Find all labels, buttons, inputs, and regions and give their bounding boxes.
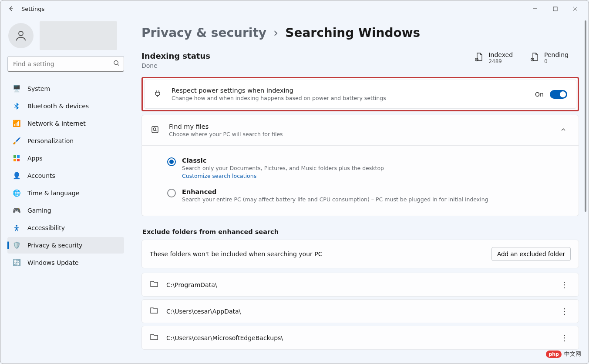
excluded-folder-row[interactable]: C:\Users\cesar\AppData\⋮	[141, 299, 579, 323]
exclude-intro-row: These folders won't be included when sea…	[141, 240, 579, 268]
back-button[interactable]	[4, 2, 18, 16]
more-options-button[interactable]: ⋮	[559, 280, 571, 289]
search-input[interactable]	[7, 56, 124, 72]
radio-enhanced[interactable]	[167, 189, 176, 197]
nav-item-label: Windows Update	[27, 259, 79, 266]
user-profile[interactable]	[8, 21, 124, 50]
excluded-folder-row[interactable]: C:\ProgramData\⋮	[141, 273, 579, 297]
svg-rect-3	[13, 155, 16, 158]
nav-item-privacy-security[interactable]: 🛡️Privacy & security	[7, 237, 124, 254]
more-options-button[interactable]: ⋮	[559, 307, 571, 316]
customize-search-locations-link[interactable]: Customize search locations	[182, 173, 256, 179]
nav-icon	[13, 154, 20, 162]
search-file-icon	[151, 125, 160, 136]
nav-item-windows-update[interactable]: 🔄Windows Update	[7, 254, 124, 271]
nav-list: 🖥️SystemBluetooth & devices📶Network & in…	[7, 80, 124, 271]
indexed-count: 2489	[488, 58, 513, 64]
svg-point-11	[153, 128, 156, 130]
indexing-status-heading: Indexing status	[141, 51, 457, 60]
option-desc: Search only your Documents, Pictures, an…	[182, 165, 384, 171]
nav-item-apps[interactable]: Apps	[7, 150, 124, 167]
nav-item-accessibility[interactable]: Accessibility	[7, 220, 124, 236]
find-files-option-classic[interactable]: ClassicSearch only your Documents, Pictu…	[167, 153, 573, 184]
excluded-folder-row[interactable]: C:\Users\cesar\MicrosoftEdgeBackups\⋮	[141, 326, 579, 350]
indexing-status-value: Done	[141, 62, 457, 69]
nav-item-label: Accessibility	[27, 224, 65, 231]
scrollbar-thumb[interactable]	[585, 20, 586, 212]
svg-rect-6	[17, 159, 20, 161]
php-badge: php	[546, 351, 562, 358]
svg-rect-10	[152, 127, 158, 133]
nav-item-label: Personalization	[27, 137, 74, 144]
search-box[interactable]	[7, 56, 124, 72]
nav-item-label: Time & language	[27, 190, 79, 197]
breadcrumb-parent[interactable]: Privacy & security	[141, 26, 266, 40]
respect-power-toggle[interactable]	[550, 90, 567, 99]
svg-point-1	[19, 31, 23, 36]
close-button[interactable]	[565, 2, 585, 16]
find-my-files-subtitle: Choose where your PC will search for fil…	[169, 131, 548, 137]
nav-icon: 🔄	[13, 259, 20, 267]
nav-item-label: Privacy & security	[27, 242, 82, 249]
title-bar: Settings	[0, 0, 589, 17]
respect-power-title: Respect power settings when indexing	[172, 87, 526, 94]
user-name-placeholder	[40, 21, 117, 50]
folder-path: C:\Users\cesar\AppData\	[166, 308, 241, 315]
pending-count: 0	[544, 58, 569, 64]
indexed-label: Indexed	[488, 51, 513, 58]
option-label: Enhanced	[182, 188, 488, 195]
chevron-right-icon: ›	[273, 26, 278, 40]
folder-icon	[150, 333, 158, 342]
breadcrumb-current: Searching Windows	[285, 26, 420, 40]
indexed-stat: Indexed 2489	[475, 51, 513, 64]
pending-stat: Pending 0	[530, 51, 569, 64]
nav-item-bluetooth-devices[interactable]: Bluetooth & devices	[7, 98, 124, 114]
nav-item-label: Accounts	[27, 172, 55, 179]
file-check-icon	[475, 52, 483, 63]
nav-item-gaming[interactable]: 🎮Gaming	[7, 202, 124, 219]
find-my-files-card[interactable]: Find my files Choose where your PC will …	[141, 115, 579, 146]
svg-rect-0	[553, 7, 557, 11]
nav-icon: 👤	[13, 172, 20, 180]
pending-label: Pending	[544, 51, 569, 58]
excluded-folders-list: C:\ProgramData\⋮C:\Users\cesar\AppData\⋮…	[141, 273, 579, 350]
nav-icon: 🌐	[13, 189, 20, 197]
file-pending-icon	[530, 52, 539, 63]
breadcrumb: Privacy & security › Searching Windows	[141, 26, 579, 40]
nav-item-network-internet[interactable]: 📶Network & internet	[7, 115, 124, 132]
chevron-up-icon[interactable]	[557, 126, 570, 134]
settings-window: Settings 🖥️SystemBluetooth & devices📶Net…	[0, 0, 589, 364]
sidebar: 🖥️SystemBluetooth & devices📶Network & in…	[0, 17, 131, 364]
nav-icon	[13, 102, 20, 110]
svg-rect-5	[13, 159, 16, 161]
nav-item-label: Gaming	[27, 207, 51, 214]
nav-icon: 📶	[13, 120, 20, 127]
nav-icon: 🖌️	[13, 137, 20, 145]
nav-item-label: Bluetooth & devices	[27, 103, 89, 110]
avatar	[8, 23, 34, 48]
nav-item-time-language[interactable]: 🌐Time & language	[7, 185, 124, 201]
radio-classic[interactable]	[167, 157, 176, 166]
nav-icon: 🖥️	[13, 85, 20, 93]
svg-rect-4	[17, 155, 20, 158]
watermark-text: 中文网	[564, 350, 581, 358]
svg-point-7	[16, 225, 17, 227]
nav-item-personalization[interactable]: 🖌️Personalization	[7, 133, 124, 149]
option-desc: Search your entire PC (may affect batter…	[182, 196, 488, 203]
scrollbar[interactable]	[582, 17, 589, 364]
maximize-button[interactable]	[545, 2, 565, 16]
more-options-button[interactable]: ⋮	[559, 333, 571, 342]
option-label: Classic	[182, 157, 384, 164]
indexing-status-row: Indexing status Done Indexed 2489 Pen	[141, 51, 579, 69]
minimize-button[interactable]	[525, 2, 545, 16]
add-excluded-folder-button[interactable]: Add an excluded folder	[491, 247, 571, 261]
nav-item-accounts[interactable]: 👤Accounts	[7, 167, 124, 184]
folder-path: C:\ProgramData\	[166, 281, 217, 288]
nav-item-label: System	[27, 85, 50, 92]
nav-item-system[interactable]: 🖥️System	[7, 80, 124, 97]
window-title: Settings	[21, 6, 44, 12]
exclude-heading: Exclude folders from enhanced search	[142, 228, 579, 235]
respect-power-subtitle: Change how and when indexing happens bas…	[172, 95, 526, 101]
find-files-option-enhanced[interactable]: EnhancedSearch your entire PC (may affec…	[167, 184, 573, 207]
folder-icon	[150, 307, 158, 316]
